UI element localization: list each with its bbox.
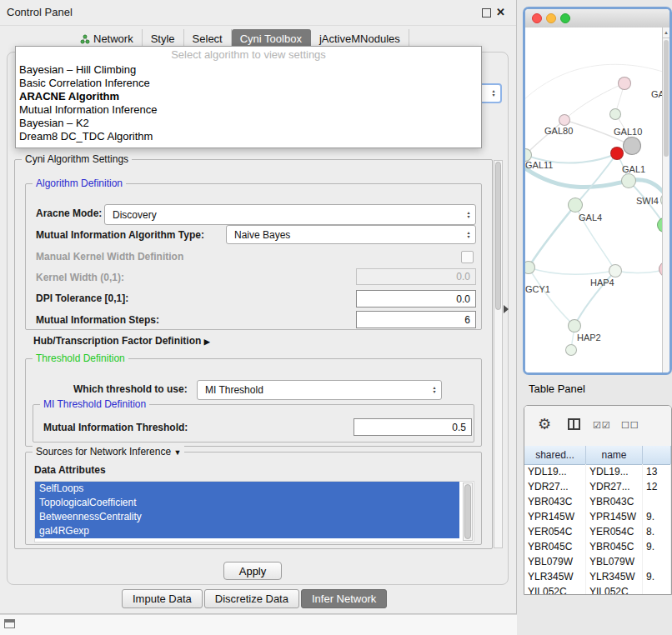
aracne-mode-label: Aracne Mode: — [36, 208, 102, 219]
node-label: GAL10 — [614, 127, 642, 137]
network-node[interactable] — [568, 319, 581, 332]
close-traffic-light-icon[interactable] — [532, 13, 542, 23]
network-node[interactable] — [559, 114, 570, 126]
which-threshold-combobox[interactable]: MI Threshold ▴▾ — [197, 380, 442, 400]
network-node[interactable] — [621, 173, 636, 188]
network-node[interactable] — [568, 198, 583, 212]
settings-group-title: Cyni Algorithm Settings — [22, 153, 132, 165]
columns-icon[interactable] — [568, 418, 580, 430]
gear-icon[interactable]: ⚙ — [538, 415, 551, 433]
network-scrollbar[interactable]: ▲ — [662, 28, 669, 372]
settings-scrollbar[interactable] — [494, 160, 503, 548]
collapse-down-icon: ▼ — [173, 448, 181, 457]
desktop: Control Panel ✕ NetworkStyleSelectCyni T… — [0, 0, 672, 635]
mi-algorithm-type-value: Naive Bayes — [227, 229, 462, 241]
algorithm-option[interactable]: Bayesian – K2 — [16, 117, 481, 130]
network-node[interactable] — [623, 137, 641, 155]
scroll-up-icon[interactable]: ▲ — [663, 28, 669, 38]
close-icon[interactable]: ✕ — [496, 6, 505, 18]
kernel-width-label: Kernel Width (0,1): — [36, 272, 124, 283]
table-cell — [643, 554, 671, 569]
float-window-icon[interactable] — [482, 8, 491, 18]
manual-kernel-width-checkbox[interactable] — [461, 251, 474, 263]
table-cell: YBL079W — [586, 554, 643, 569]
table-panel-toolbar: ⚙ ☑☑ ☐☐ — [524, 406, 671, 447]
network-node[interactable] — [565, 344, 577, 356]
table-row[interactable]: YIL052CYIL052C — [524, 584, 671, 594]
dock-panel-icon[interactable] — [4, 619, 15, 628]
node-label: SWI4 — [636, 196, 659, 206]
table-row[interactable]: YER054CYER054C8. — [524, 524, 671, 539]
data-attribute-item[interactable]: BetweennessCentrality — [35, 510, 459, 524]
aracne-mode-combobox[interactable]: Discovery ▴▾ — [104, 204, 476, 225]
table-row[interactable]: YLR345WYLR345W9. — [524, 569, 671, 584]
combo-spinner-icon: ▴▾ — [428, 381, 441, 399]
kernel-width-field[interactable]: 0.0 — [356, 268, 476, 285]
combo-spinner-icon: ▴▾ — [487, 85, 500, 102]
table-body: YDL19...YDL19...13YDR27...YDR27...12YBR0… — [524, 464, 671, 594]
dpi-tolerance-field[interactable]: 0.0 — [356, 290, 476, 308]
list-scrollbar[interactable] — [463, 482, 473, 541]
column-header[interactable]: name — [586, 446, 643, 464]
zoom-traffic-light-icon[interactable] — [560, 13, 570, 23]
node-label: GAL11 — [525, 160, 553, 170]
checked-boxes-icon[interactable]: ☑☑ — [593, 420, 611, 431]
table-cell: 8. — [643, 524, 671, 539]
column-header[interactable]: shared... — [524, 446, 586, 464]
hub-definition-toggle[interactable]: Hub/Transcription Factor Definition ▶ — [33, 335, 210, 347]
algorithm-popup-list: Bayesian – Hill ClimbingBasic Correlatio… — [16, 63, 481, 143]
algorithm-option[interactable]: Dream8 DC_TDC Algorithm — [16, 130, 481, 143]
apply-button[interactable]: Apply — [223, 562, 282, 580]
algorithm-definition-title: Algorithm Definition — [33, 178, 126, 189]
bottom-tab-infer-network[interactable]: Infer Network — [301, 589, 387, 608]
column-header[interactable] — [643, 446, 671, 464]
network-node[interactable] — [618, 77, 631, 90]
algorithm-option[interactable]: Basic Correlation Inference — [16, 77, 481, 90]
settings-scrollbar-thumb[interactable] — [495, 162, 501, 310]
table-row[interactable]: YDL19...YDL19...13 — [524, 464, 671, 479]
network-icon — [80, 34, 90, 44]
table-cell: YPR145W — [524, 509, 586, 524]
mi-steps-field[interactable]: 6 — [356, 311, 476, 328]
data-attributes-list[interactable]: SelfLoopsTopologicalCoefficientBetweenne… — [34, 481, 474, 542]
data-attribute-item[interactable]: SelfLoops — [35, 482, 459, 496]
network-node[interactable] — [610, 147, 624, 160]
table-cell: YBR043C — [524, 494, 586, 509]
mi-threshold-definition-group: MI Threshold Definition Mutual Informati… — [33, 404, 474, 442]
table-row[interactable]: YPR145WYPR145W9. — [524, 509, 671, 524]
data-attribute-item[interactable]: gal4RGexp — [35, 524, 459, 538]
aracne-mode-value: Discovery — [105, 209, 462, 221]
panel-collapse-arrow-icon[interactable] — [504, 305, 509, 313]
network-node[interactable] — [609, 264, 622, 278]
table-cell: YIL052C — [524, 584, 586, 594]
unchecked-boxes-icon[interactable]: ☐☐ — [621, 420, 639, 431]
combo-spinner-icon: ▴▾ — [462, 226, 475, 243]
algorithm-option[interactable]: Mutual Information Inference — [16, 103, 481, 117]
sources-group-title[interactable]: Sources for Network Inference ▼ — [33, 446, 184, 458]
table-row[interactable]: YDR27...YDR27...12 — [524, 479, 671, 494]
data-attribute-item[interactable]: TopologicalCoefficient — [35, 496, 459, 510]
network-node[interactable] — [609, 108, 621, 120]
table-row[interactable]: YBL079WYBL079W — [524, 554, 671, 569]
bottom-tab-impute-data[interactable]: Impute Data — [122, 589, 203, 608]
table-cell: YBR045C — [524, 539, 586, 554]
mi-threshold-field[interactable]: 0.5 — [354, 418, 472, 436]
algorithm-option[interactable]: ARACNE Algorithm — [16, 90, 481, 103]
node-label: HAP4 — [590, 278, 614, 288]
table-cell: YDL19... — [586, 464, 643, 479]
table-cell: 9. — [643, 569, 671, 584]
control-panel-titlebar: Control Panel ✕ — [0, 0, 516, 26]
network-canvas[interactable]: GALGAL80GAL10GAL11GAL1SWI4GAL4GCY1HAP4HA… — [525, 28, 662, 372]
table-row[interactable]: YBR043CYBR043C — [524, 494, 671, 509]
table-row[interactable]: YBR045CYBR045C9. — [524, 539, 671, 554]
table-cell: 12 — [643, 479, 671, 494]
combo-spinner-icon: ▴▾ — [462, 205, 475, 224]
bottom-tab-discretize-data[interactable]: Discretize Data — [204, 589, 299, 608]
minimize-traffic-light-icon[interactable] — [546, 13, 556, 23]
mi-algorithm-type-combobox[interactable]: Naive Bayes ▴▾ — [226, 225, 476, 244]
algorithm-option[interactable]: Bayesian – Hill Climbing — [16, 63, 481, 77]
network-window-titlebar[interactable] — [525, 9, 669, 28]
table-cell: YBL079W — [524, 554, 586, 569]
threshold-definition-group: Threshold Definition Which threshold to … — [25, 358, 482, 447]
network-scrollbar-thumb[interactable] — [664, 40, 669, 157]
